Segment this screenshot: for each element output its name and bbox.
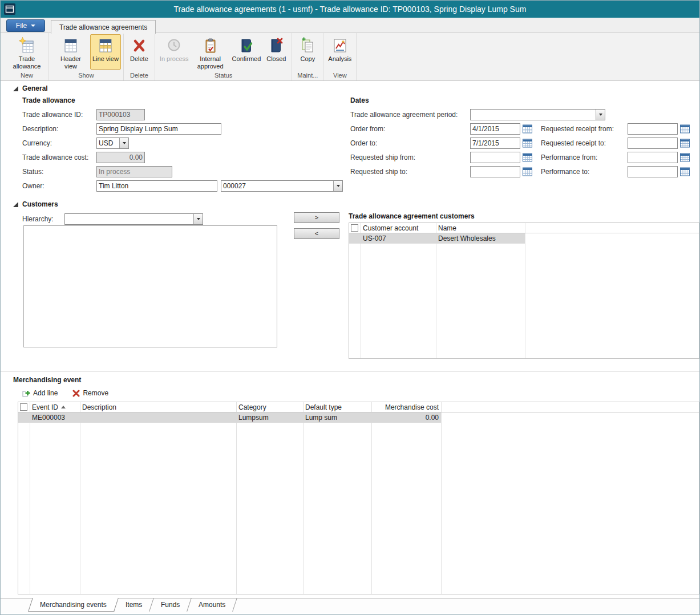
move-left-button[interactable]: <: [294, 228, 339, 239]
performance-from-calendar-button[interactable]: [679, 152, 690, 163]
requested-ship-from-calendar-button[interactable]: [521, 152, 533, 163]
add-icon: [22, 389, 30, 397]
default-type-column-header[interactable]: Default type: [303, 402, 371, 412]
name-column-header[interactable]: Name: [436, 223, 525, 233]
agreement-period-combobox[interactable]: [470, 109, 605, 120]
closed-button[interactable]: Closed: [263, 34, 289, 70]
hierarchy-customers-listbox[interactable]: [23, 225, 277, 347]
performance-to-calendar-button[interactable]: [679, 166, 690, 177]
customer-name-cell[interactable]: Desert Wholesales: [436, 233, 525, 244]
header-view-button[interactable]: Header view: [51, 34, 90, 70]
merchandising-event-grid: Event ID Description Category Default ty…: [18, 402, 699, 594]
requested-receipt-from-field[interactable]: [628, 123, 678, 135]
requested-receipt-to-calendar-button[interactable]: [679, 137, 690, 148]
confirmed-button[interactable]: Confirmed: [230, 34, 264, 70]
category-cell[interactable]: Lumpsum: [236, 412, 303, 423]
owner-dropdown-button[interactable]: [333, 181, 342, 191]
performance-to-field[interactable]: [628, 166, 678, 177]
tab-funds[interactable]: Funds: [149, 598, 192, 612]
event-id-column-header[interactable]: Event ID: [30, 402, 80, 412]
hierarchy-dropdown-button[interactable]: [193, 214, 203, 224]
customers-section-header[interactable]: Customers: [13, 200, 58, 208]
copy-button-label: Copy: [301, 55, 315, 63]
line-view-icon: [96, 37, 115, 55]
merchandise-cost-cell[interactable]: 0.00: [371, 412, 441, 423]
owner-id-field[interactable]: [221, 181, 333, 191]
trade-allowance-button-label: Trade allowance: [10, 55, 44, 70]
requested-ship-to-field[interactable]: [470, 166, 520, 177]
category-column-header[interactable]: Category: [236, 402, 303, 412]
delete-button-label: Delete: [130, 55, 148, 63]
tab-items[interactable]: Items: [114, 598, 154, 612]
chevron-down-icon: [599, 114, 602, 116]
description-label: Description:: [22, 125, 96, 133]
collapse-icon: [13, 202, 18, 207]
confirmed-button-label: Confirmed: [232, 55, 261, 63]
performance-from-field[interactable]: [628, 152, 678, 163]
tab-merchandising-events[interactable]: Merchandising events: [28, 598, 119, 612]
currency-combobox[interactable]: [96, 137, 129, 149]
internal-approved-button-label: Internal approved: [193, 55, 228, 70]
trade-allowance-id-label: Trade allowance ID:: [22, 111, 96, 119]
general-section-header[interactable]: General: [13, 84, 48, 92]
event-id-cell[interactable]: ME000003: [30, 412, 80, 423]
grid-column-line: [236, 402, 237, 594]
description-cell[interactable]: [80, 412, 236, 423]
customers-grid-title: Trade allowance agreement customers: [349, 212, 475, 220]
file-menu-button[interactable]: File: [6, 19, 45, 32]
agreement-period-dropdown-button[interactable]: [596, 110, 605, 120]
calendar-icon: [680, 153, 690, 162]
agreement-period-field[interactable]: [471, 110, 596, 120]
calendar-icon: [523, 124, 532, 133]
tab-amounts[interactable]: Amounts: [188, 598, 238, 612]
requested-ship-from-field[interactable]: [470, 152, 520, 163]
trade-allowance-button[interactable]: Trade allowance: [7, 34, 46, 70]
owner-id-combobox[interactable]: [221, 180, 343, 192]
order-to-calendar-button[interactable]: [521, 137, 533, 148]
customer-account-column-header[interactable]: Customer account: [361, 223, 436, 233]
order-from-calendar-button[interactable]: [521, 123, 533, 134]
default-type-cell[interactable]: Lump sum: [303, 412, 371, 423]
requested-ship-to-calendar-button[interactable]: [521, 166, 533, 177]
requested-receipt-from-calendar-button[interactable]: [679, 123, 690, 134]
select-all-checkbox[interactable]: [351, 224, 358, 232]
requested-receipt-to-field[interactable]: [628, 137, 678, 149]
currency-field[interactable]: [97, 138, 119, 148]
description-column-header[interactable]: Description: [80, 402, 236, 412]
hierarchy-combobox[interactable]: [64, 213, 203, 225]
bottom-tab-strip: Merchandising events Items Funds Amounts: [1, 598, 699, 613]
grid-column-line: [80, 402, 80, 594]
line-view-button[interactable]: Line view: [90, 34, 121, 70]
order-to-field[interactable]: [470, 137, 520, 149]
add-line-button[interactable]: Add line: [22, 389, 58, 397]
ribbon-group-label-status: Status: [157, 71, 290, 80]
tab-trade-allowance-agreements[interactable]: Trade allowance agreements: [51, 20, 156, 34]
sort-ascending-icon: [61, 406, 66, 408]
currency-dropdown-button[interactable]: [119, 138, 128, 148]
customers-grid-row[interactable]: US-007 Desert Wholesales: [349, 233, 699, 244]
chevron-down-icon: [123, 142, 126, 144]
internal-approved-button[interactable]: Internal approved: [191, 34, 230, 70]
customers-section-title: Customers: [22, 200, 58, 208]
analysis-button[interactable]: Analysis: [326, 34, 354, 70]
customer-account-cell[interactable]: US-007: [361, 233, 436, 244]
header-view-button-label: Header view: [54, 55, 88, 70]
hierarchy-field[interactable]: [65, 214, 193, 224]
merchandise-cost-column-header[interactable]: Merchandise cost: [371, 402, 441, 412]
ribbon-tab-row: File Trade allowance agreements: [1, 18, 699, 33]
delete-button[interactable]: Delete: [126, 34, 152, 70]
description-field[interactable]: [96, 123, 221, 135]
merchandising-grid-row[interactable]: ME000003 Lumpsum Lump sum 0.00: [18, 412, 699, 423]
ribbon-group-delete: Delete Delete: [124, 33, 155, 80]
analysis-icon: [331, 37, 349, 55]
move-right-button[interactable]: >: [294, 212, 339, 223]
select-all-checkbox[interactable]: [20, 403, 27, 411]
customers-grid: Customer account Name US-007 Desert Whol…: [349, 222, 699, 359]
chevron-down-icon: [197, 218, 200, 220]
in-process-icon: [165, 37, 183, 55]
currency-label: Currency:: [22, 139, 96, 147]
remove-button[interactable]: Remove: [72, 389, 108, 397]
order-from-field[interactable]: [470, 123, 520, 135]
copy-button[interactable]: Copy: [294, 34, 321, 70]
owner-name-field[interactable]: [96, 180, 217, 192]
